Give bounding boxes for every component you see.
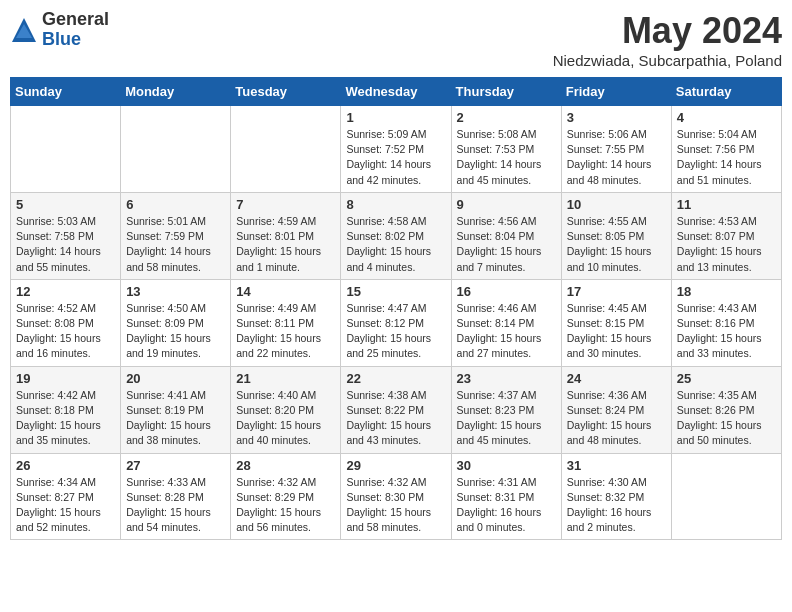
- calendar-cell: 4Sunrise: 5:04 AM Sunset: 7:56 PM Daylig…: [671, 106, 781, 193]
- day-number: 24: [567, 371, 666, 386]
- calendar-week-row: 12Sunrise: 4:52 AM Sunset: 8:08 PM Dayli…: [11, 279, 782, 366]
- day-number: 12: [16, 284, 115, 299]
- day-number: 2: [457, 110, 556, 125]
- month-title: May 2024: [553, 10, 782, 52]
- calendar-cell: 18Sunrise: 4:43 AM Sunset: 8:16 PM Dayli…: [671, 279, 781, 366]
- calendar-cell: 5Sunrise: 5:03 AM Sunset: 7:58 PM Daylig…: [11, 192, 121, 279]
- day-number: 28: [236, 458, 335, 473]
- logo: General Blue: [10, 10, 109, 50]
- calendar-cell: 11Sunrise: 4:53 AM Sunset: 8:07 PM Dayli…: [671, 192, 781, 279]
- day-info: Sunrise: 4:31 AM Sunset: 8:31 PM Dayligh…: [457, 475, 556, 536]
- day-number: 11: [677, 197, 776, 212]
- page-header: General Blue May 2024 Niedzwiada, Subcar…: [10, 10, 782, 69]
- day-info: Sunrise: 4:56 AM Sunset: 8:04 PM Dayligh…: [457, 214, 556, 275]
- weekday-header-tuesday: Tuesday: [231, 78, 341, 106]
- calendar-cell: 29Sunrise: 4:32 AM Sunset: 8:30 PM Dayli…: [341, 453, 451, 540]
- calendar-cell: 1Sunrise: 5:09 AM Sunset: 7:52 PM Daylig…: [341, 106, 451, 193]
- calendar-cell: 31Sunrise: 4:30 AM Sunset: 8:32 PM Dayli…: [561, 453, 671, 540]
- weekday-header-wednesday: Wednesday: [341, 78, 451, 106]
- calendar-cell: 9Sunrise: 4:56 AM Sunset: 8:04 PM Daylig…: [451, 192, 561, 279]
- calendar-cell: 15Sunrise: 4:47 AM Sunset: 8:12 PM Dayli…: [341, 279, 451, 366]
- calendar-cell: 10Sunrise: 4:55 AM Sunset: 8:05 PM Dayli…: [561, 192, 671, 279]
- day-info: Sunrise: 5:06 AM Sunset: 7:55 PM Dayligh…: [567, 127, 666, 188]
- location-subtitle: Niedzwiada, Subcarpathia, Poland: [553, 52, 782, 69]
- calendar-cell: [231, 106, 341, 193]
- day-info: Sunrise: 4:59 AM Sunset: 8:01 PM Dayligh…: [236, 214, 335, 275]
- calendar-week-row: 19Sunrise: 4:42 AM Sunset: 8:18 PM Dayli…: [11, 366, 782, 453]
- day-number: 26: [16, 458, 115, 473]
- day-info: Sunrise: 5:08 AM Sunset: 7:53 PM Dayligh…: [457, 127, 556, 188]
- day-number: 22: [346, 371, 445, 386]
- calendar-cell: [11, 106, 121, 193]
- calendar-cell: [121, 106, 231, 193]
- day-number: 27: [126, 458, 225, 473]
- weekday-header-saturday: Saturday: [671, 78, 781, 106]
- day-number: 20: [126, 371, 225, 386]
- calendar-cell: [671, 453, 781, 540]
- day-number: 17: [567, 284, 666, 299]
- day-info: Sunrise: 4:33 AM Sunset: 8:28 PM Dayligh…: [126, 475, 225, 536]
- day-number: 23: [457, 371, 556, 386]
- calendar-week-row: 5Sunrise: 5:03 AM Sunset: 7:58 PM Daylig…: [11, 192, 782, 279]
- calendar-cell: 6Sunrise: 5:01 AM Sunset: 7:59 PM Daylig…: [121, 192, 231, 279]
- day-number: 10: [567, 197, 666, 212]
- day-info: Sunrise: 4:53 AM Sunset: 8:07 PM Dayligh…: [677, 214, 776, 275]
- day-info: Sunrise: 4:35 AM Sunset: 8:26 PM Dayligh…: [677, 388, 776, 449]
- day-info: Sunrise: 5:04 AM Sunset: 7:56 PM Dayligh…: [677, 127, 776, 188]
- day-info: Sunrise: 4:37 AM Sunset: 8:23 PM Dayligh…: [457, 388, 556, 449]
- day-info: Sunrise: 4:42 AM Sunset: 8:18 PM Dayligh…: [16, 388, 115, 449]
- calendar-cell: 23Sunrise: 4:37 AM Sunset: 8:23 PM Dayli…: [451, 366, 561, 453]
- day-number: 25: [677, 371, 776, 386]
- calendar-cell: 27Sunrise: 4:33 AM Sunset: 8:28 PM Dayli…: [121, 453, 231, 540]
- day-info: Sunrise: 4:43 AM Sunset: 8:16 PM Dayligh…: [677, 301, 776, 362]
- day-number: 7: [236, 197, 335, 212]
- day-number: 13: [126, 284, 225, 299]
- calendar-cell: 24Sunrise: 4:36 AM Sunset: 8:24 PM Dayli…: [561, 366, 671, 453]
- day-info: Sunrise: 4:32 AM Sunset: 8:30 PM Dayligh…: [346, 475, 445, 536]
- day-number: 31: [567, 458, 666, 473]
- weekday-header-sunday: Sunday: [11, 78, 121, 106]
- day-number: 3: [567, 110, 666, 125]
- day-info: Sunrise: 4:41 AM Sunset: 8:19 PM Dayligh…: [126, 388, 225, 449]
- day-info: Sunrise: 4:45 AM Sunset: 8:15 PM Dayligh…: [567, 301, 666, 362]
- calendar-cell: 2Sunrise: 5:08 AM Sunset: 7:53 PM Daylig…: [451, 106, 561, 193]
- calendar-cell: 28Sunrise: 4:32 AM Sunset: 8:29 PM Dayli…: [231, 453, 341, 540]
- day-info: Sunrise: 4:36 AM Sunset: 8:24 PM Dayligh…: [567, 388, 666, 449]
- weekday-header-row: SundayMondayTuesdayWednesdayThursdayFrid…: [11, 78, 782, 106]
- day-number: 1: [346, 110, 445, 125]
- weekday-header-thursday: Thursday: [451, 78, 561, 106]
- weekday-header-monday: Monday: [121, 78, 231, 106]
- day-info: Sunrise: 4:30 AM Sunset: 8:32 PM Dayligh…: [567, 475, 666, 536]
- day-number: 6: [126, 197, 225, 212]
- calendar-cell: 14Sunrise: 4:49 AM Sunset: 8:11 PM Dayli…: [231, 279, 341, 366]
- day-number: 5: [16, 197, 115, 212]
- day-number: 14: [236, 284, 335, 299]
- day-info: Sunrise: 4:34 AM Sunset: 8:27 PM Dayligh…: [16, 475, 115, 536]
- calendar-cell: 26Sunrise: 4:34 AM Sunset: 8:27 PM Dayli…: [11, 453, 121, 540]
- day-info: Sunrise: 4:47 AM Sunset: 8:12 PM Dayligh…: [346, 301, 445, 362]
- day-number: 18: [677, 284, 776, 299]
- day-number: 9: [457, 197, 556, 212]
- logo-blue: Blue: [42, 30, 109, 50]
- day-info: Sunrise: 4:55 AM Sunset: 8:05 PM Dayligh…: [567, 214, 666, 275]
- day-info: Sunrise: 4:52 AM Sunset: 8:08 PM Dayligh…: [16, 301, 115, 362]
- day-info: Sunrise: 4:32 AM Sunset: 8:29 PM Dayligh…: [236, 475, 335, 536]
- logo-general: General: [42, 10, 109, 30]
- calendar-cell: 21Sunrise: 4:40 AM Sunset: 8:20 PM Dayli…: [231, 366, 341, 453]
- calendar-cell: 25Sunrise: 4:35 AM Sunset: 8:26 PM Dayli…: [671, 366, 781, 453]
- calendar-cell: 12Sunrise: 4:52 AM Sunset: 8:08 PM Dayli…: [11, 279, 121, 366]
- calendar-cell: 17Sunrise: 4:45 AM Sunset: 8:15 PM Dayli…: [561, 279, 671, 366]
- day-info: Sunrise: 4:49 AM Sunset: 8:11 PM Dayligh…: [236, 301, 335, 362]
- day-number: 16: [457, 284, 556, 299]
- day-info: Sunrise: 4:38 AM Sunset: 8:22 PM Dayligh…: [346, 388, 445, 449]
- day-info: Sunrise: 4:40 AM Sunset: 8:20 PM Dayligh…: [236, 388, 335, 449]
- calendar-cell: 13Sunrise: 4:50 AM Sunset: 8:09 PM Dayli…: [121, 279, 231, 366]
- title-block: May 2024 Niedzwiada, Subcarpathia, Polan…: [553, 10, 782, 69]
- day-info: Sunrise: 4:50 AM Sunset: 8:09 PM Dayligh…: [126, 301, 225, 362]
- day-number: 19: [16, 371, 115, 386]
- day-number: 4: [677, 110, 776, 125]
- calendar-cell: 22Sunrise: 4:38 AM Sunset: 8:22 PM Dayli…: [341, 366, 451, 453]
- day-info: Sunrise: 4:46 AM Sunset: 8:14 PM Dayligh…: [457, 301, 556, 362]
- day-number: 15: [346, 284, 445, 299]
- calendar-table: SundayMondayTuesdayWednesdayThursdayFrid…: [10, 77, 782, 540]
